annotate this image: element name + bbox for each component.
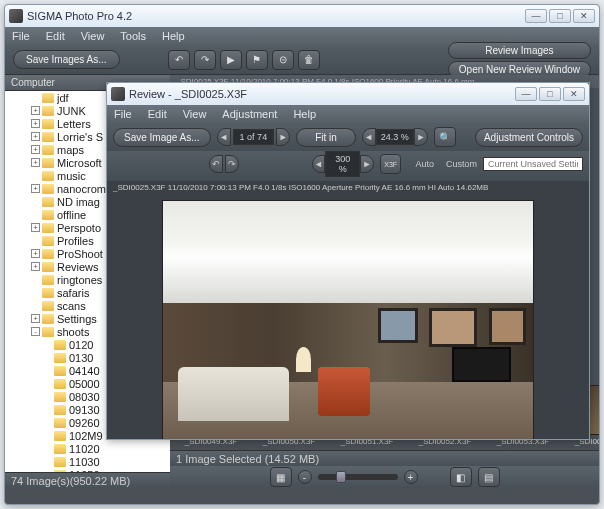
- tree-item[interactable]: 11030: [5, 455, 170, 468]
- review-images-button[interactable]: Review Images: [448, 42, 591, 59]
- menu-view[interactable]: View: [78, 28, 108, 44]
- zoom-out-button[interactable]: -: [298, 470, 312, 484]
- tree-label: music: [57, 170, 86, 182]
- menu-file[interactable]: File: [9, 28, 33, 44]
- tree-label: 102M9: [69, 430, 103, 442]
- folder-icon: [42, 314, 54, 324]
- flag-button[interactable]: ⚑: [246, 50, 268, 70]
- folder-icon: [54, 340, 66, 350]
- review-minimize-button[interactable]: —: [515, 87, 537, 101]
- lock-button[interactable]: ⊝: [272, 50, 294, 70]
- menu-edit[interactable]: Edit: [43, 28, 68, 44]
- expand-icon[interactable]: +: [31, 262, 40, 271]
- save-images-button[interactable]: Save Images As...: [13, 50, 120, 69]
- expand-icon[interactable]: +: [31, 106, 40, 115]
- main-titlebar[interactable]: SIGMA Photo Pro 4.2 — □ ✕: [5, 5, 599, 27]
- expand-icon[interactable]: +: [31, 119, 40, 128]
- expand-icon[interactable]: +: [31, 132, 40, 141]
- folder-icon: [42, 223, 54, 233]
- tree-label: offline: [57, 209, 86, 221]
- folder-icon: [42, 236, 54, 246]
- folder-icon: [42, 249, 54, 259]
- slider-handle[interactable]: [336, 471, 346, 483]
- review-titlebar[interactable]: Review - _SDI0025.X3F — □ ✕: [107, 83, 589, 105]
- zoom2-up-button[interactable]: ►: [360, 155, 374, 173]
- tree-label: 0130: [69, 352, 93, 364]
- review-app-icon: [111, 87, 125, 101]
- folder-icon: [42, 93, 54, 103]
- tree-label: 0120: [69, 339, 93, 351]
- folder-icon: [42, 210, 54, 220]
- close-button[interactable]: ✕: [573, 9, 595, 23]
- view-mode-2-button[interactable]: ▤: [478, 467, 500, 487]
- mode-custom-label[interactable]: Custom: [446, 159, 477, 169]
- review-menu-view[interactable]: View: [180, 106, 210, 122]
- rotate-cw-button[interactable]: ↷: [194, 50, 216, 70]
- tree-label: nanocrom: [57, 183, 106, 195]
- zoom2-down-button[interactable]: ◄: [312, 155, 326, 173]
- maximize-button[interactable]: □: [549, 9, 571, 23]
- tree-label: JUNK: [57, 105, 86, 117]
- tree-label: ND imag: [57, 196, 100, 208]
- menu-tools[interactable]: Tools: [117, 28, 149, 44]
- tree-label: Settings: [57, 313, 97, 325]
- zoom-spinner-2[interactable]: ◄ 300 % ►: [312, 151, 374, 177]
- image-viewport[interactable]: [107, 194, 589, 439]
- minimize-button[interactable]: —: [525, 9, 547, 23]
- expand-icon[interactable]: +: [31, 223, 40, 232]
- collapse-icon[interactable]: -: [31, 327, 40, 336]
- adjustment-controls-button[interactable]: Adjustment Controls: [475, 128, 583, 147]
- play-button[interactable]: ▶: [220, 50, 242, 70]
- save-image-button[interactable]: Save Image As...: [113, 128, 211, 147]
- folder-icon: [54, 366, 66, 376]
- folder-icon: [42, 288, 54, 298]
- review-menu-adjustment[interactable]: Adjustment: [219, 106, 280, 122]
- rotate-left-button[interactable]: ↶: [209, 155, 223, 173]
- delete-button[interactable]: 🗑: [298, 50, 320, 70]
- photo-preview: [162, 200, 534, 439]
- review-toolbar-2: ↶ ↷ ◄ 300 % ► X3F Auto Custom: [107, 151, 589, 181]
- folder-icon: [42, 171, 54, 181]
- x3f-button[interactable]: X3F: [380, 154, 402, 174]
- folder-icon: [54, 405, 66, 415]
- folder-icon: [54, 379, 66, 389]
- review-menu-file[interactable]: File: [111, 106, 135, 122]
- app-icon: [9, 9, 23, 23]
- tree-label: 11030: [69, 456, 100, 468]
- review-close-button[interactable]: ✕: [563, 87, 585, 101]
- zoom1-up-button[interactable]: ►: [414, 128, 428, 146]
- prev-image-button[interactable]: ◄: [217, 128, 231, 146]
- zoom-spinner-1[interactable]: ◄ 24.3 % ►: [362, 128, 428, 146]
- zoom-in-button[interactable]: +: [404, 470, 418, 484]
- next-image-button[interactable]: ►: [276, 128, 290, 146]
- view-mode-1-button[interactable]: ◧: [450, 467, 472, 487]
- zoom2-value: 300 %: [325, 151, 360, 177]
- loupe-button[interactable]: 🔍: [434, 127, 456, 147]
- review-menu-edit[interactable]: Edit: [145, 106, 170, 122]
- review-maximize-button[interactable]: □: [539, 87, 561, 101]
- expand-icon[interactable]: +: [31, 249, 40, 258]
- tree-label: 04140: [69, 365, 100, 377]
- folder-icon: [54, 457, 66, 467]
- expand-icon[interactable]: +: [31, 184, 40, 193]
- tree-label: 11020: [69, 443, 100, 455]
- fit-in-button[interactable]: Fit in: [296, 128, 356, 147]
- tree-label: Microsoft: [57, 157, 102, 169]
- tree-item[interactable]: 11020: [5, 442, 170, 455]
- expand-icon[interactable]: +: [31, 314, 40, 323]
- review-menu-help[interactable]: Help: [290, 106, 319, 122]
- rotate-right-button[interactable]: ↷: [225, 155, 239, 173]
- setting-input[interactable]: [483, 157, 583, 171]
- grid-view-button[interactable]: ▦: [270, 467, 292, 487]
- status-image-count: 74 Image(s)(950.22 MB): [11, 475, 130, 487]
- expand-icon[interactable]: +: [31, 145, 40, 154]
- zoom1-down-button[interactable]: ◄: [362, 128, 376, 146]
- folder-icon: [42, 158, 54, 168]
- thumbnail-size-slider[interactable]: [318, 474, 398, 480]
- tree-label: shoots: [57, 326, 89, 338]
- mode-auto-label[interactable]: Auto: [415, 159, 434, 169]
- tree-label: Profiles: [57, 235, 94, 247]
- expand-icon[interactable]: +: [31, 158, 40, 167]
- rotate-ccw-button[interactable]: ↶: [168, 50, 190, 70]
- menu-help[interactable]: Help: [159, 28, 188, 44]
